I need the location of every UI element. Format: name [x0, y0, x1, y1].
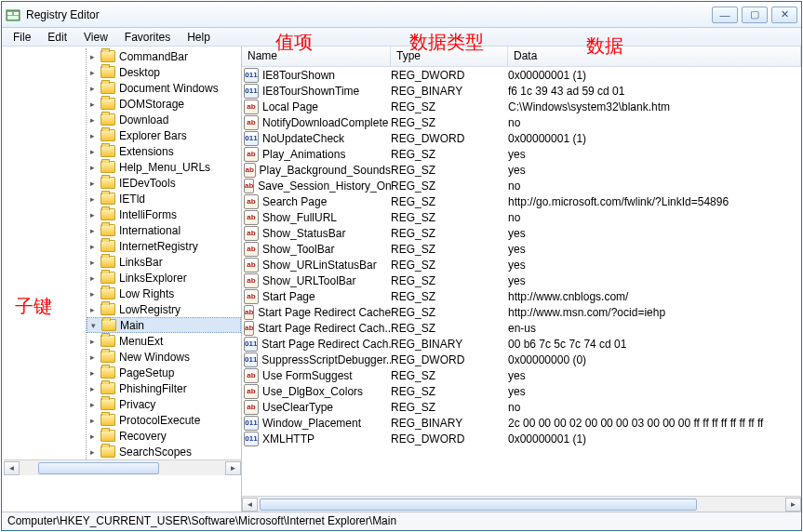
close-button[interactable]: ✕	[771, 7, 797, 23]
value-row[interactable]: abShow_StatusBarREG_SZyes	[242, 225, 801, 241]
expander-icon[interactable]: ▸	[87, 256, 99, 268]
menu-favorites[interactable]: Favorites	[117, 29, 178, 46]
value-row[interactable]: abShow_FullURLREG_SZno	[242, 209, 801, 225]
tree-node[interactable]: ▸Explorer Bars	[87, 127, 241, 143]
expander-icon[interactable]: ▸	[87, 446, 99, 458]
tree-hscroll[interactable]: ◄ ►	[4, 459, 241, 475]
expander-icon[interactable]: ▸	[87, 177, 99, 189]
value-row[interactable]: 011XMLHTTPREG_DWORD0x00000001 (1)	[242, 431, 801, 446]
menu-help[interactable]: Help	[180, 29, 218, 46]
string-value-icon: ab	[244, 179, 254, 193]
column-data[interactable]: Data	[508, 47, 801, 66]
expander-icon[interactable]: ▸	[87, 224, 99, 236]
expander-icon[interactable]: ▸	[87, 398, 99, 410]
tree-node[interactable]: ▸Extensions	[87, 143, 241, 159]
tree-node[interactable]: ▸IntelliForms	[87, 206, 241, 222]
expander-icon[interactable]: ▸	[87, 382, 99, 394]
tree-node[interactable]: ▸PhishingFilter	[87, 380, 241, 396]
tree-node[interactable]: ▸Desktop	[87, 64, 241, 80]
expander-icon[interactable]: ▸	[87, 335, 99, 347]
value-data: no	[508, 180, 801, 193]
maximize-button[interactable]: ▢	[742, 7, 768, 23]
column-type[interactable]: Type	[391, 47, 508, 66]
menu-edit[interactable]: Edit	[40, 29, 74, 46]
value-row[interactable]: abPlay_Background_SoundsREG_SZyes	[242, 162, 801, 178]
value-row[interactable]: 011Window_PlacementREG_BINARY2c 00 00 00…	[242, 415, 801, 431]
expander-icon[interactable]: ▸	[87, 193, 99, 205]
value-row[interactable]: 011NoUpdateCheckREG_DWORD0x00000001 (1)	[242, 130, 801, 146]
tree-node[interactable]: ▸Help_Menu_URLs	[87, 159, 241, 175]
value-row[interactable]: 011Start Page Redirect Cach...REG_BINARY…	[242, 336, 801, 352]
tree-node[interactable]: ▸MenuExt	[87, 333, 241, 349]
value-row[interactable]: abStart Page Redirect CacheREG_SZhttp://…	[242, 304, 801, 320]
list-hscroll[interactable]: ◄ ►	[242, 496, 801, 512]
tree-node[interactable]: ▸PageSetup	[87, 365, 241, 380]
value-row[interactable]: abShow_URLToolBarREG_SZyes	[242, 273, 801, 288]
menu-view[interactable]: View	[76, 29, 115, 46]
value-row[interactable]: abUseClearTypeREG_SZno	[242, 399, 801, 415]
value-row[interactable]: abSave_Session_History_On...REG_SZno	[242, 178, 801, 193]
value-list[interactable]: 011IE8TourShownREG_DWORD0x00000001 (1)01…	[242, 67, 801, 496]
menu-file[interactable]: File	[6, 29, 38, 46]
expander-icon[interactable]: ▸	[87, 145, 99, 157]
scroll-right-icon[interactable]: ►	[225, 461, 241, 475]
tree-node[interactable]: ▸DOMStorage	[87, 96, 241, 112]
column-name[interactable]: Name	[242, 47, 391, 66]
tree-node[interactable]: ▸LinksExplorer	[87, 270, 241, 286]
expander-icon[interactable]: ▸	[87, 351, 99, 363]
tree-node[interactable]: ▾Main	[87, 317, 241, 333]
tree-node[interactable]: ▸IEDevTools	[87, 175, 241, 191]
value-row[interactable]: abUse_DlgBox_ColorsREG_SZyes	[242, 383, 801, 399]
expander-icon[interactable]: ▸	[87, 414, 99, 426]
tree-node[interactable]: ▸Privacy	[87, 396, 241, 412]
tree-node[interactable]: ▸CommandBar	[87, 48, 241, 64]
scroll-right-icon[interactable]: ►	[785, 498, 801, 512]
tree-node[interactable]: ▸LowRegistry	[87, 301, 241, 317]
expander-icon[interactable]: ▸	[87, 366, 99, 379]
scroll-left-icon[interactable]: ◄	[242, 498, 258, 512]
value-name: Show_StatusBar	[262, 227, 345, 240]
expander-icon[interactable]: ▸	[87, 240, 99, 252]
expander-icon[interactable]: ▸	[87, 66, 99, 78]
expander-icon[interactable]: ▸	[87, 287, 99, 299]
tree-node[interactable]: ▸SearchScopes	[87, 444, 241, 459]
value-row[interactable]: 011SuppressScriptDebugger...REG_DWORD0x0…	[242, 352, 801, 367]
expander-icon[interactable]: ▸	[87, 208, 99, 220]
value-row[interactable]: abStart Page Redirect Cach...REG_SZen-us	[242, 320, 801, 336]
expander-icon[interactable]: ▸	[87, 161, 99, 173]
value-row[interactable]: abShow_URLinStatusBarREG_SZyes	[242, 257, 801, 273]
value-row[interactable]: abPlay_AnimationsREG_SZyes	[242, 146, 801, 162]
expander-icon[interactable]: ▸	[87, 98, 99, 110]
tree-node[interactable]: ▸ProtocolExecute	[87, 412, 241, 428]
value-row[interactable]: abLocal PageREG_SZC:\Windows\system32\bl…	[242, 99, 801, 114]
tree-node[interactable]: ▸International	[87, 222, 241, 238]
expander-icon[interactable]: ▾	[87, 319, 100, 331]
expander-icon[interactable]: ▸	[87, 272, 99, 284]
value-row[interactable]: abNotifyDownloadCompleteREG_SZno	[242, 114, 801, 130]
titlebar[interactable]: Registry Editor — ▢ ✕	[2, 2, 801, 28]
expander-icon[interactable]: ▸	[87, 50, 99, 62]
tree-node[interactable]: ▸IETld	[87, 191, 241, 206]
minimize-button[interactable]: —	[712, 7, 738, 23]
tree-node[interactable]: ▸Low Rights	[87, 286, 241, 301]
value-row[interactable]: abShow_ToolBarREG_SZyes	[242, 241, 801, 257]
value-row[interactable]: 011IE8TourShownREG_DWORD0x00000001 (1)	[242, 67, 801, 83]
expander-icon[interactable]: ▸	[87, 129, 99, 141]
expander-icon[interactable]: ▸	[87, 430, 99, 442]
expander-icon[interactable]: ▸	[87, 113, 99, 126]
tree-node[interactable]: ▸LinksBar	[87, 254, 241, 270]
tree-node[interactable]: ▸Download	[87, 112, 241, 127]
value-row[interactable]: abStart PageREG_SZhttp://www.cnblogs.com…	[242, 288, 801, 304]
value-row[interactable]: abSearch PageREG_SZhttp://go.microsoft.c…	[242, 193, 801, 209]
tree-node[interactable]: ▸Document Windows	[87, 80, 241, 96]
expander-icon[interactable]: ▸	[87, 82, 99, 94]
tree-node[interactable]: ▸InternetRegistry	[87, 238, 241, 254]
scroll-left-icon[interactable]: ◄	[4, 461, 20, 475]
expander-icon[interactable]: ▸	[87, 303, 99, 315]
tree-node[interactable]: ▸Recovery	[87, 428, 241, 444]
tree-node[interactable]: ▸New Windows	[87, 349, 241, 365]
tree-pane[interactable]: ▸CommandBar▸Desktop▸Document Windows▸DOM…	[2, 47, 242, 512]
value-row[interactable]: 011IE8TourShownTimeREG_BINARYf6 1c 39 43…	[242, 83, 801, 99]
value-row[interactable]: abUse FormSuggestREG_SZyes	[242, 367, 801, 383]
folder-icon	[100, 398, 115, 410]
